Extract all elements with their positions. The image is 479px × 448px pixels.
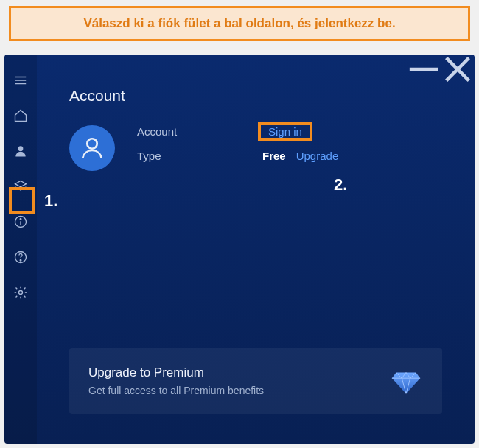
upgrade-link[interactable]: Upgrade	[296, 150, 339, 162]
type-field-label: Type	[137, 150, 225, 162]
close-icon	[441, 55, 475, 86]
sidebar	[4, 55, 37, 444]
sidebar-item-layers[interactable]	[4, 174, 37, 199]
type-value-row: Free Upgrade	[262, 150, 338, 162]
account-field-label: Account	[137, 125, 225, 138]
svg-point-10	[20, 218, 21, 220]
premium-text: Upgrade to Premium Get full access to al…	[88, 365, 264, 396]
sidebar-item-menu[interactable]	[4, 68, 37, 93]
titlebar	[407, 55, 475, 84]
type-value: Free	[262, 150, 286, 162]
sidebar-item-home[interactable]	[4, 103, 37, 128]
step-1-label: 1.	[44, 192, 57, 211]
premium-upsell-card[interactable]: Upgrade to Premium Get full access to al…	[69, 348, 442, 414]
main-content: Account Account Sign in Type Free Upgrad…	[37, 55, 475, 444]
avatar	[69, 125, 115, 171]
app-window: 1. 2. Account Account Sign in Type Free …	[4, 55, 475, 444]
home-icon	[13, 108, 28, 123]
instruction-banner: Válaszd ki a fiók fület a bal oldalon, é…	[9, 6, 470, 41]
svg-point-6	[18, 146, 24, 151]
svg-point-12	[20, 259, 21, 261]
help-icon	[13, 250, 28, 265]
step-2-label: 2.	[334, 175, 347, 195]
diamond-icon	[389, 364, 423, 398]
svg-marker-15	[392, 373, 420, 394]
sidebar-item-info[interactable]	[4, 209, 37, 234]
avatar-person-icon	[79, 135, 105, 161]
svg-point-14	[87, 139, 97, 149]
premium-subtitle: Get full access to all Premium benefits	[88, 385, 264, 396]
account-fields: Account Sign in Type Free Upgrade	[137, 125, 338, 162]
svg-point-13	[19, 291, 23, 295]
sidebar-item-account[interactable]	[4, 139, 37, 164]
svg-marker-7	[15, 181, 27, 187]
gear-icon	[13, 285, 28, 300]
instruction-text: Válaszd ki a fiók fület a bal oldalon, é…	[83, 16, 395, 31]
premium-title: Upgrade to Premium	[88, 365, 264, 380]
page-title: Account	[69, 87, 442, 105]
account-info-row: Account Sign in Type Free Upgrade	[69, 125, 442, 171]
minimize-icon	[407, 55, 441, 86]
sidebar-item-settings[interactable]	[4, 280, 37, 305]
sidebar-item-help[interactable]	[4, 245, 37, 270]
minimize-button[interactable]	[407, 55, 441, 84]
close-button[interactable]	[441, 55, 475, 84]
hamburger-icon	[14, 74, 27, 87]
info-icon	[13, 214, 28, 229]
layers-icon	[13, 179, 28, 194]
signin-link[interactable]: Sign in	[262, 122, 308, 141]
person-icon	[13, 144, 28, 158]
